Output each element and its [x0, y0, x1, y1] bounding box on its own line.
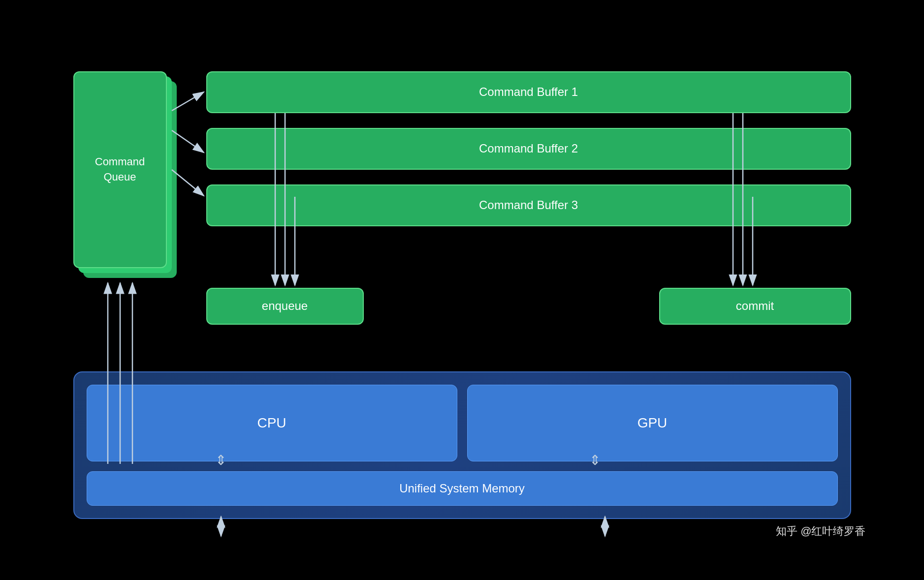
- command-buffer-3: Command Buffer 3: [206, 184, 851, 226]
- command-queue-box: Command Queue: [73, 71, 167, 268]
- gpu-memory-arrow: ⇕: [580, 454, 610, 467]
- enqueue-box: enqueue: [206, 288, 364, 325]
- gpu-box: GPU: [467, 385, 838, 461]
- command-queue-wrapper: Command Queue: [73, 71, 172, 278]
- cpu-memory-arrow: ⇕: [206, 454, 236, 467]
- system-area: CPU GPU Unified System Memory: [73, 371, 851, 519]
- command-buffer-2: Command Buffer 2: [206, 128, 851, 170]
- commit-box: commit: [659, 288, 851, 325]
- cpu-box: CPU: [87, 385, 457, 461]
- command-queue-label: Command Queue: [95, 154, 145, 185]
- processor-row: CPU GPU: [87, 385, 838, 461]
- command-buffers-area: Command Buffer 1 Command Buffer 2 Comman…: [206, 71, 851, 226]
- watermark: 知乎 @红叶绮罗香: [776, 524, 865, 539]
- diagram-container: Command Queue Command Buffer 1 Command B…: [44, 32, 881, 549]
- memory-box: Unified System Memory: [87, 471, 838, 506]
- command-buffer-1: Command Buffer 1: [206, 71, 851, 113]
